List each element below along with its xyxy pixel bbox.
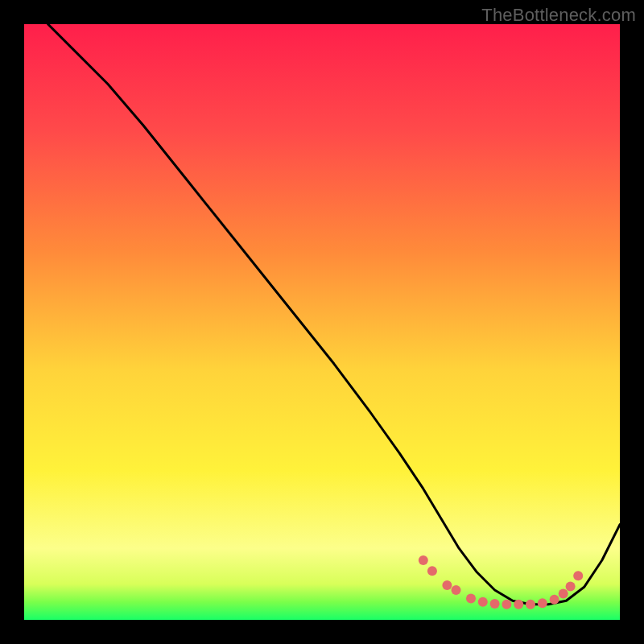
watermark-text: TheBottleneck.com [481, 5, 636, 26]
highlight-dot [559, 588, 568, 598]
highlight-dot [466, 593, 476, 603]
highlight-dot [526, 600, 535, 609]
marker-group [419, 555, 583, 609]
highlight-dot [452, 585, 461, 595]
highlight-dot [550, 595, 559, 605]
highlight-dot [419, 555, 428, 565]
bottleneck-curve-path [48, 24, 620, 605]
highlight-dot [538, 598, 547, 608]
highlight-dot [566, 582, 576, 592]
highlight-dot [490, 599, 500, 609]
highlight-dot [442, 580, 452, 590]
chart-frame: TheBottleneck.com [0, 0, 644, 644]
highlight-dot [502, 600, 511, 609]
highlight-dot [427, 566, 437, 576]
highlight-dot [573, 571, 583, 580]
highlight-dot [478, 597, 488, 607]
curve-layer [24, 24, 620, 620]
plot-area [24, 24, 620, 620]
highlight-dot [514, 600, 523, 609]
